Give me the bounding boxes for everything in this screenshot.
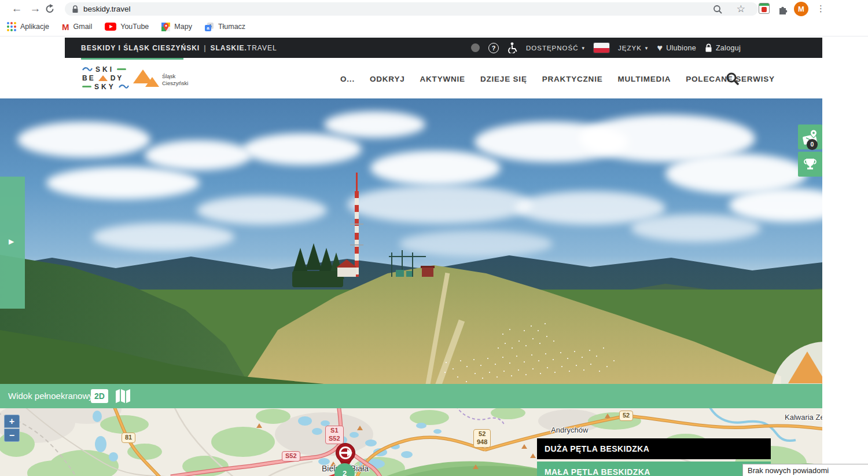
nav-item-o[interactable]: O... [340, 75, 355, 83]
youtube-icon [105, 23, 116, 31]
expand-arrow-icon: ▶ [9, 237, 14, 246]
trophy-button[interactable] [798, 152, 822, 177]
bookmark-star-icon[interactable]: ☆ [737, 2, 745, 16]
mountain-mark [98, 75, 108, 81]
bookmark-label: YouTube [120, 23, 149, 31]
road-shield-s52: S52 [282, 451, 300, 462]
map-tools-badge: 0 [807, 139, 818, 150]
fullscreen-label: Widok pełnoekranowy: [8, 384, 95, 408]
bookmark-translate[interactable]: A a Tłumacz [205, 23, 245, 31]
help-icon[interactable]: ? [488, 43, 499, 53]
route-duza-petla[interactable]: DUŻA PĘTLA BESKIDZKA [537, 438, 771, 459]
bookmark-label: Tłumacz [218, 23, 245, 31]
bookmark-apps[interactable]: Aplikacje [7, 22, 49, 31]
forward-icon[interactable]: → [28, 0, 43, 17]
chevron-down-icon: ▾ [582, 45, 586, 51]
road-shield-81: 81 [122, 433, 135, 443]
dash-mark [117, 68, 126, 70]
side-panel-toggle[interactable]: ▶ [0, 177, 25, 309]
wave-mark [119, 84, 129, 89]
zoom-icon[interactable] [713, 5, 722, 14]
site-title: BESKIDY I ŚLĄSK CIESZYŃSKI [81, 44, 200, 52]
profile-avatar[interactable]: M [794, 2, 808, 16]
login-link[interactable]: Zaloguj [705, 43, 741, 52]
bookmark-maps[interactable]: Mapy [161, 23, 192, 31]
road-shield-52: 52 [619, 411, 633, 421]
house-roof [336, 259, 357, 268]
gmail-icon: M [62, 22, 69, 32]
sheep-flock [0, 98, 1, 100]
route-mala-petla[interactable]: MAŁA PĘTLA BESKIDZKA [537, 462, 771, 476]
url-text[interactable]: beskidy.travel [83, 2, 131, 16]
back-icon[interactable]: ← [9, 0, 24, 17]
bookmark-label: Mapy [174, 23, 192, 31]
red-hut [422, 268, 433, 277]
fullscreen-toolbar: Widok pełnoekranowy: 2D [0, 384, 822, 408]
ski-beskidy-logo[interactable]: SKI BE DY SKY [82, 65, 129, 91]
brand-link[interactable]: SLASKIE.TRAVEL [211, 44, 277, 52]
nav-item-praktycznie[interactable]: PRAKTYCZNIE [542, 75, 603, 83]
tree-base [292, 271, 343, 287]
extensions-puzzle-icon[interactable] [778, 3, 789, 14]
search-icon[interactable] [726, 72, 740, 86]
nav-item-odkryj[interactable]: ODKRYJ [370, 75, 405, 83]
heart-icon: ♥ [657, 43, 663, 53]
nav-item-aktywnie[interactable]: AKTYWNIE [420, 75, 465, 83]
map-zoom-in-button[interactable]: + [4, 415, 20, 428]
map-section: + − 81 S1 S52 S52 52 948 52 Bielsko-Biał… [0, 408, 822, 476]
bookmarks-bar: Aplikacje M Gmail YouTube Mapy A a Tłuma… [0, 17, 868, 36]
trophy-icon [803, 157, 818, 172]
refresh-icon[interactable] [45, 4, 55, 14]
translate-icon: A a [205, 23, 214, 31]
bookmark-youtube[interactable]: YouTube [105, 23, 149, 31]
road-shield-52-948: 52 948 [473, 429, 491, 448]
lock-icon [705, 43, 712, 52]
notification-tooltip: Brak nowych powiadomi [742, 464, 868, 476]
nav-item-multimedia[interactable]: MULTIMEDIA [618, 75, 671, 83]
slask-cieszynski-logo[interactable]: Śląsk Cieszyński [133, 66, 185, 93]
power-lines [389, 256, 426, 257]
dash-mark [82, 86, 91, 87]
chevron-down-icon: ▾ [645, 45, 649, 51]
antenna-tip [356, 173, 358, 193]
mountain-icon [145, 77, 159, 87]
wave-mark [82, 67, 93, 72]
city-label-kalwaria: Kalwaria Ze [785, 413, 822, 422]
accessibility-menu[interactable]: DOSTĘPNOŚĆ▾ [526, 45, 585, 52]
bookmark-label: Gmail [73, 23, 93, 31]
wheelchair-icon[interactable] [507, 42, 517, 53]
browser-toolbar: ← → beskidy.travel ☆ M ⋮ [0, 0, 868, 17]
city-label-andrychow: Andrychów [551, 426, 588, 434]
lock-icon [72, 5, 79, 13]
language-menu[interactable]: JĘZYK▾ [618, 45, 648, 52]
map-zoom-out-button[interactable]: − [4, 429, 20, 442]
favorites-link[interactable]: ♥Ulubione [657, 43, 696, 53]
poland-flag-icon[interactable] [594, 43, 609, 53]
main-nav: O... ODKRYJ AKTYWNIE DZIEJE SIĘ PRAKTYCZ… [340, 71, 775, 87]
hero-image: ▶ 0 [0, 98, 822, 384]
bookmark-gmail[interactable]: M Gmail [62, 22, 92, 32]
house [337, 268, 356, 277]
extension-icon[interactable] [759, 3, 770, 14]
bookmark-label: Aplikacje [20, 23, 49, 31]
contrast-icon[interactable] [471, 43, 480, 52]
apps-grid-icon [7, 22, 16, 31]
map-view-button[interactable] [115, 389, 133, 403]
browser-menu-icon[interactable]: ⋮ [816, 0, 825, 17]
view-2d-button[interactable]: 2D [91, 389, 108, 403]
maps-icon [161, 23, 170, 31]
road-shield-s1-s52: S1 S52 [325, 426, 344, 444]
address-bar[interactable]: beskidy.travel ☆ [65, 2, 758, 16]
nav-item-dzieje-sie[interactable]: DZIEJE SIĘ [480, 75, 527, 83]
active-tab-underline [81, 58, 183, 60]
site-topbar: BESKIDY I ŚLĄSK CIESZYŃSKI | SLASKIE.TRA… [65, 38, 822, 58]
